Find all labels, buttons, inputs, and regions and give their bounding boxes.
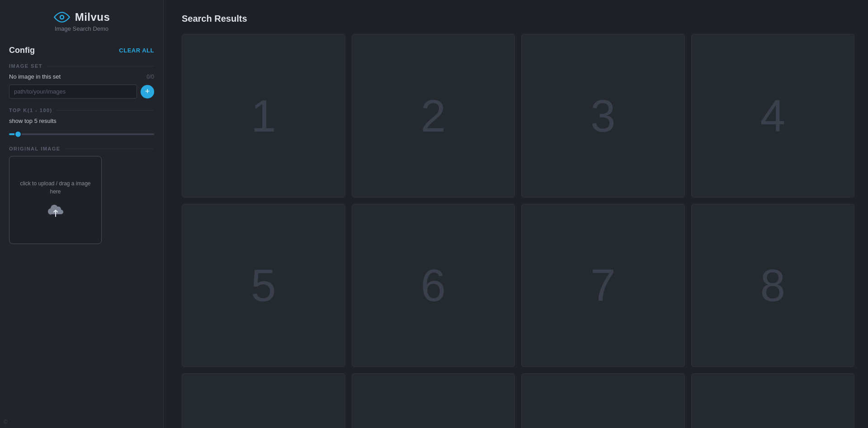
result-number: 1 xyxy=(251,93,276,138)
result-card: 9 xyxy=(182,373,345,428)
top-k-section: TOP K(1 - 100) show top 5 results xyxy=(9,108,154,137)
top-k-slider[interactable] xyxy=(9,133,154,135)
result-number: 2 xyxy=(420,93,446,138)
result-card: 7 xyxy=(521,204,685,367)
result-card: 6 xyxy=(352,204,515,367)
path-input[interactable] xyxy=(9,85,137,99)
result-card: 3 xyxy=(521,34,685,198)
svg-point-1 xyxy=(61,16,63,18)
sidebar: Milvus Image Search Demo Config CLEAR AL… xyxy=(0,0,164,428)
result-card: 4 xyxy=(691,34,855,198)
result-card: 8 xyxy=(691,204,855,367)
result-card: 10 xyxy=(352,373,515,428)
original-image-section: ORIGINAL IMAGE click to upload / drag a … xyxy=(9,146,154,244)
result-number: 7 xyxy=(590,263,616,308)
plus-icon: + xyxy=(145,87,150,96)
upload-text: click to upload / drag a image here xyxy=(9,179,101,196)
result-number: 8 xyxy=(760,263,785,308)
cloud-upload-icon xyxy=(46,201,66,221)
main-content: Search Results 123456789101112 xyxy=(164,0,868,428)
config-title: Config xyxy=(9,46,35,55)
image-set-section: IMAGE SET No image in this set 0/0 + xyxy=(9,63,154,99)
result-number: 6 xyxy=(420,263,446,308)
logo-area: Milvus Image Search Demo xyxy=(0,0,163,40)
logo-row: Milvus xyxy=(53,11,110,24)
upload-box[interactable]: click to upload / drag a image here xyxy=(9,156,102,244)
search-results-title: Search Results xyxy=(182,14,854,24)
app-subtitle: Image Search Demo xyxy=(55,25,108,32)
results-grid: 123456789101112 xyxy=(182,34,854,428)
top-k-info: show top 5 results xyxy=(9,118,154,124)
no-image-text: No image in this set xyxy=(9,73,61,80)
copyright: © xyxy=(4,419,8,425)
result-number: 3 xyxy=(590,93,616,138)
config-header: Config CLEAR ALL xyxy=(9,46,154,55)
add-path-button[interactable]: + xyxy=(141,85,154,99)
result-number: 4 xyxy=(760,93,785,138)
upload-icon xyxy=(46,201,66,221)
milvus-logo-icon xyxy=(53,11,71,24)
result-card: 1 xyxy=(182,34,345,198)
app-name: Milvus xyxy=(75,11,110,24)
result-number: 5 xyxy=(251,263,276,308)
result-card: 5 xyxy=(182,204,345,367)
image-set-label: IMAGE SET xyxy=(9,63,154,69)
image-count: 0/0 xyxy=(146,74,154,80)
result-card: 2 xyxy=(352,34,515,198)
path-row: + xyxy=(9,85,154,99)
result-card: 11 xyxy=(521,373,685,428)
config-area: Config CLEAR ALL IMAGE SET No image in t… xyxy=(0,40,163,262)
clear-all-button[interactable]: CLEAR ALL xyxy=(119,47,154,54)
top-k-label: TOP K(1 - 100) xyxy=(9,108,154,113)
result-card: 12 xyxy=(691,373,855,428)
image-set-info: No image in this set 0/0 xyxy=(9,73,154,80)
original-image-label: ORIGINAL IMAGE xyxy=(9,146,154,151)
